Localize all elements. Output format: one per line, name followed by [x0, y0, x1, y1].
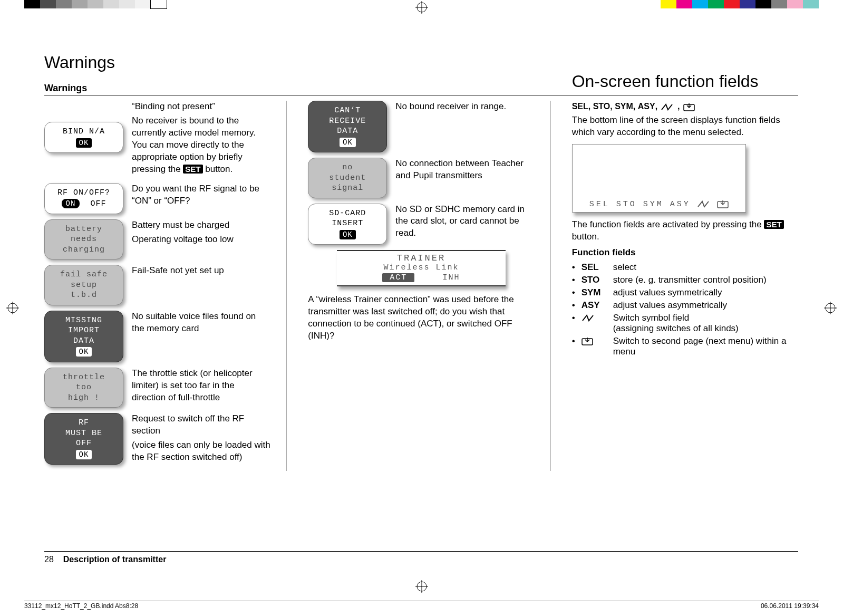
- warning-description: “Binding not present”No receiver is boun…: [132, 101, 270, 178]
- warning-description: No connection between Teacher and Pupil …: [395, 158, 534, 184]
- switch-symbol-icon: [697, 200, 711, 209]
- warning-row: SD-CARDINSERTOK No SD or SDHC memory car…: [308, 204, 534, 245]
- warning-row: BIND N/AOK “Binding not present”No recei…: [44, 101, 270, 178]
- function-item: • SYM adjust values symmetrically: [572, 287, 798, 298]
- column-1: BIND N/AOK “Binding not present”No recei…: [44, 101, 287, 471]
- registration-mark-icon: [824, 302, 837, 314]
- screen-label: SEL: [589, 200, 610, 209]
- registration-mark-icon: [415, 580, 428, 593]
- trainer-line1: TRAINER: [337, 253, 506, 263]
- registration-mark-icon: [6, 302, 19, 314]
- trainer-description: A “wireless Trainer connection” was used…: [308, 294, 534, 342]
- column-3: On-screen function fields SEL, STO, SYM,…: [572, 101, 798, 471]
- warning-description: Battery must be chargedOperating voltage…: [132, 219, 270, 248]
- warning-description: Do you want the RF signal to be “ON” or …: [132, 183, 270, 209]
- warning-description: No SD or SDHC memory card in the card sl…: [395, 204, 534, 242]
- warning-row: throttle too high ! The throttle stick (…: [44, 368, 270, 408]
- warning-row: batteryneedscharging Battery must be cha…: [44, 219, 270, 260]
- onscreen-subkeys: SEL, STO, SYM, ASY,: [572, 102, 657, 111]
- warning-row: no student signal No connection between …: [308, 158, 534, 198]
- function-fields-list: • SEL select • STO store (e. g. transmit…: [572, 262, 798, 357]
- warning-lcd: no student signal: [308, 158, 387, 198]
- indd-right: 06.06.2011 19:39:34: [761, 602, 819, 610]
- page-number: 28: [44, 555, 54, 564]
- warning-lcd: throttle too high !: [44, 368, 123, 408]
- screen-label: SYM: [643, 200, 664, 209]
- page-heading: Warnings: [44, 53, 798, 72]
- onscreen-heading: On-screen function fields: [572, 72, 798, 91]
- warning-lcd: MISSINGIMPORTDATAOK: [44, 311, 123, 362]
- switch-symbol-icon: [661, 102, 674, 111]
- warning-description: Request to switch off the RF section(voi…: [132, 413, 270, 466]
- warning-lcd: BIND N/AOK: [44, 122, 123, 153]
- warning-lcd: batteryneedscharging: [44, 219, 123, 260]
- trainer-lcd-box: TRAINER Wireless Link ACT INH: [337, 250, 506, 286]
- screen-label: STO: [616, 200, 637, 209]
- registration-mark-icon: [415, 1, 428, 14]
- function-item: • SEL select: [572, 262, 798, 273]
- trainer-inh: INH: [443, 273, 460, 282]
- warning-row: RF ON/OFF?ON OFF Do you want the RF sign…: [44, 183, 270, 214]
- warning-description: No suitable voice files found on the mem…: [132, 311, 270, 337]
- trainer-act: ACT: [382, 273, 414, 282]
- footer-title: Description of transmitter: [63, 555, 167, 564]
- warning-description: No bound receiver in range.: [395, 101, 534, 115]
- warning-row: fail safesetupt.b.d Fail-Safe not yet se…: [44, 265, 270, 305]
- onscreen-intro: The bottom line of the screen displays f…: [572, 114, 798, 139]
- warning-description: Fail-Safe not yet set up: [132, 265, 270, 279]
- screen-label: ASY: [670, 200, 691, 209]
- warning-lcd: RFMUST BEOFFOK: [44, 413, 123, 465]
- warning-lcd: fail safesetupt.b.d: [44, 265, 123, 305]
- function-item: • STO store (e. g. transmitter control p…: [572, 275, 798, 285]
- switch-symbol-icon: [582, 313, 595, 323]
- warning-row: RFMUST BEOFFOK Request to switch off the…: [44, 413, 270, 466]
- warning-lcd: SD-CARDINSERTOK: [308, 204, 387, 245]
- function-item: • Switch to second page (next menu) with…: [572, 336, 798, 357]
- warning-lcd: CAN‘TRECEIVEDATAOK: [308, 101, 387, 152]
- warning-lcd: RF ON/OFF?ON OFF: [44, 183, 123, 214]
- indd-footer: 33112_mx12_HoTT_2_GB.indd Abs8:28 06.06.…: [24, 601, 819, 610]
- print-color-bar-right: [661, 0, 819, 8]
- warning-row: CAN‘TRECEIVEDATAOK No bound receiver in …: [308, 101, 534, 152]
- indd-left: 33112_mx12_HoTT_2_GB.indd Abs8:28: [24, 602, 138, 610]
- warning-description: The throttle stick (or helicopter limite…: [132, 368, 270, 406]
- next-page-icon: [683, 102, 695, 111]
- function-item: • Switch symbol field(assigning switches…: [572, 313, 798, 334]
- next-page-icon: [582, 336, 593, 346]
- trainer-line2: Wireless Link: [337, 263, 506, 272]
- warning-row: MISSINGIMPORTDATAOK No suitable voice fi…: [44, 311, 270, 362]
- onscreen-after: The function fields are activated by pre…: [572, 219, 798, 243]
- column-2: CAN‘TRECEIVEDATAOK No bound receiver in …: [308, 101, 550, 471]
- print-color-bar-left: [24, 0, 167, 8]
- next-page-icon: [717, 200, 729, 209]
- screen-mock: SEL STO SYM ASY: [572, 144, 746, 213]
- function-item: • ASY adjust values asymmetrically: [572, 300, 798, 311]
- page-footer: 28 Description of transmitter: [44, 551, 798, 564]
- func-heading: Function fields: [572, 247, 798, 258]
